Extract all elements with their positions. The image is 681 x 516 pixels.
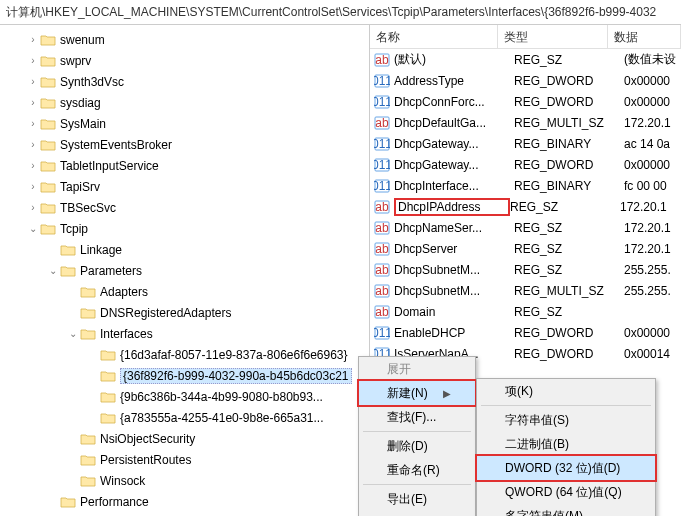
tree-item[interactable]: {a783555a-4255-41e0-9b8e-665a31...	[0, 407, 369, 428]
tree-item[interactable]: ›TapiSrv	[0, 176, 369, 197]
list-row[interactable]: abDhcpServerREG_SZ172.20.1	[370, 238, 681, 259]
string-value-icon: ab	[374, 220, 390, 236]
folder-icon	[80, 306, 96, 320]
expander-icon[interactable]: ›	[26, 33, 40, 47]
list-row[interactable]: ab(默认)REG_SZ(数值未设	[370, 49, 681, 70]
expander-icon[interactable]: ›	[26, 96, 40, 110]
folder-icon	[60, 264, 76, 278]
list-row[interactable]: 011DhcpInterface...REG_BINARYfc 00 00	[370, 175, 681, 196]
list-row[interactable]: 011DhcpGateway...REG_DWORD0x00000	[370, 154, 681, 175]
menu-item[interactable]: 项(K)	[477, 379, 655, 403]
column-header-data[interactable]: 数据	[608, 25, 681, 48]
tree-item[interactable]: ›TabletInputService	[0, 155, 369, 176]
list-row[interactable]: abDhcpNameSer...REG_SZ172.20.1	[370, 217, 681, 238]
expander-icon[interactable]	[86, 390, 100, 404]
menu-item-label: 二进制值(B)	[505, 436, 569, 453]
tree-item[interactable]: ›Synth3dVsc	[0, 71, 369, 92]
menu-item-label: QWORD (64 位)值(Q)	[505, 484, 622, 501]
tree-item[interactable]: Linkage	[0, 239, 369, 260]
tree-item[interactable]: ›SysMain	[0, 113, 369, 134]
menu-item[interactable]: 多字符串值(M)	[477, 504, 655, 516]
folder-icon	[80, 474, 96, 488]
binary-value-icon: 011	[374, 325, 390, 341]
value-name: (默认)	[394, 51, 514, 68]
list-row[interactable]: abDhcpSubnetM...REG_SZ255.255.	[370, 259, 681, 280]
expander-icon[interactable]	[86, 411, 100, 425]
menu-item[interactable]: 导出(E)	[359, 487, 475, 511]
context-menu-main[interactable]: 展开新建(N)▶查找(F)...删除(D)重命名(R)导出(E)权限(P)...	[358, 356, 476, 516]
value-name: DhcpConnForc...	[394, 95, 514, 109]
list-row[interactable]: 011AddressTypeREG_DWORD0x00000	[370, 70, 681, 91]
list-row[interactable]: abDhcpSubnetM...REG_MULTI_SZ255.255.	[370, 280, 681, 301]
tree-item[interactable]: {36f892f6-b999-4032-990a-b45b6dc03c21	[0, 365, 369, 386]
tree-item[interactable]: Performance	[0, 491, 369, 512]
svg-text:ab: ab	[375, 284, 389, 298]
menu-item[interactable]: 二进制值(B)	[477, 432, 655, 456]
expander-icon[interactable]: ⌄	[26, 222, 40, 236]
list-row[interactable]: abDhcpDefaultGa...REG_MULTI_SZ172.20.1	[370, 112, 681, 133]
expander-icon[interactable]	[86, 348, 100, 362]
list-row[interactable]: 011DhcpConnForc...REG_DWORD0x00000	[370, 91, 681, 112]
address-bar[interactable]: 计算机\HKEY_LOCAL_MACHINE\SYSTEM\CurrentCon…	[0, 0, 681, 25]
menu-item-label: 删除(D)	[387, 438, 428, 455]
expander-icon[interactable]: ⌄	[46, 264, 60, 278]
menu-item[interactable]: QWORD (64 位)值(Q)	[477, 480, 655, 504]
tree-item[interactable]: {16d3afaf-8057-11e9-837a-806e6f6e6963}	[0, 344, 369, 365]
expander-icon[interactable]: ›	[26, 54, 40, 68]
tree-item-label: SysMain	[60, 117, 106, 131]
list-row[interactable]: 011EnableDHCPREG_DWORD0x00000	[370, 322, 681, 343]
expander-icon[interactable]: ⌄	[66, 327, 80, 341]
expander-icon[interactable]	[46, 243, 60, 257]
tree-item[interactable]: Adapters	[0, 281, 369, 302]
expander-icon[interactable]	[66, 432, 80, 446]
tree-item[interactable]: NsiObjectSecurity	[0, 428, 369, 449]
tree-item-label: {16d3afaf-8057-11e9-837a-806e6f6e6963}	[120, 348, 348, 362]
menu-item[interactable]: 查找(F)...	[359, 405, 475, 429]
tree-item[interactable]: ›swenum	[0, 29, 369, 50]
expander-icon[interactable]: ›	[26, 75, 40, 89]
tree-item[interactable]: ›swprv	[0, 50, 369, 71]
expander-icon[interactable]	[66, 285, 80, 299]
tree-item[interactable]: ›TBSecSvc	[0, 197, 369, 218]
column-header-type[interactable]: 类型	[498, 25, 608, 48]
context-menu-new[interactable]: 项(K)字符串值(S)二进制值(B)DWORD (32 位)值(D)QWORD …	[476, 378, 656, 516]
expander-icon[interactable]	[66, 453, 80, 467]
list-row[interactable]: abDomainREG_SZ	[370, 301, 681, 322]
tree-pane[interactable]: ›swenum›swprv›Synth3dVsc›sysdiag›SysMain…	[0, 25, 370, 516]
expander-icon[interactable]: ›	[26, 138, 40, 152]
tree-item[interactable]: ⌄Parameters	[0, 260, 369, 281]
list-row[interactable]: 011DhcpGateway...REG_BINARYac 14 0a	[370, 133, 681, 154]
expander-icon[interactable]	[66, 474, 80, 488]
value-data: 0x00000	[624, 74, 677, 88]
menu-item[interactable]: 权限(P)...	[359, 511, 475, 516]
tree-item[interactable]: ⌄Interfaces	[0, 323, 369, 344]
menu-item[interactable]: 删除(D)	[359, 434, 475, 458]
expander-icon[interactable]: ›	[26, 117, 40, 131]
expander-icon[interactable]	[86, 369, 100, 383]
tree-item[interactable]: PersistentRoutes	[0, 449, 369, 470]
expander-icon[interactable]: ›	[26, 159, 40, 173]
tree-item[interactable]: Winsock	[0, 470, 369, 491]
expander-icon[interactable]: ›	[26, 201, 40, 215]
value-type: REG_MULTI_SZ	[514, 284, 624, 298]
expander-icon[interactable]	[46, 495, 60, 509]
tree-item[interactable]: ⌄Tcpip	[0, 218, 369, 239]
menu-item[interactable]: 重命名(R)	[359, 458, 475, 482]
expander-icon[interactable]	[66, 306, 80, 320]
list-body: ab(默认)REG_SZ(数值未设011AddressTypeREG_DWORD…	[370, 49, 681, 364]
expander-icon[interactable]: ›	[26, 180, 40, 194]
menu-item[interactable]: 字符串值(S)	[477, 408, 655, 432]
value-name: DhcpSubnetM...	[394, 284, 514, 298]
submenu-arrow-icon: ▶	[443, 388, 451, 399]
tree-item[interactable]: Security	[0, 512, 369, 516]
column-header-name[interactable]: 名称	[370, 25, 498, 48]
list-row[interactable]: abDhcpIPAddressREG_SZ172.20.1	[370, 196, 681, 217]
tree-item[interactable]: ›SystemEventsBroker	[0, 134, 369, 155]
svg-text:011: 011	[374, 326, 390, 340]
tree-item[interactable]: {9b6c386b-344a-4b99-9080-b80b93...	[0, 386, 369, 407]
string-value-icon: ab	[374, 52, 390, 68]
tree-item[interactable]: DNSRegisteredAdapters	[0, 302, 369, 323]
menu-item[interactable]: 新建(N)▶	[359, 381, 475, 405]
tree-item[interactable]: ›sysdiag	[0, 92, 369, 113]
menu-item[interactable]: DWORD (32 位)值(D)	[477, 456, 655, 480]
